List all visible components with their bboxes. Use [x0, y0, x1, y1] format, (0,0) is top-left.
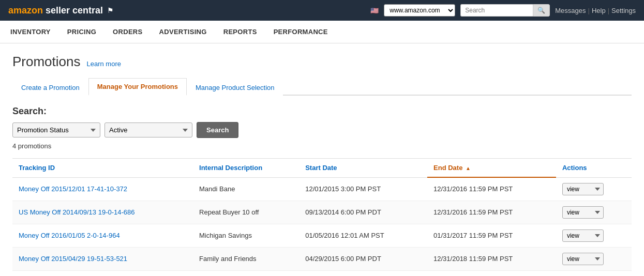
- cell-tracking-id: US Money Off 2014/09/13 19-0-14-686: [12, 201, 193, 224]
- table-row: Money Off 2016/01/05 2-0-14-964 Michigan…: [12, 224, 632, 247]
- tracking-id-link[interactable]: US Money Off 2014/09/13 19-0-14-686: [19, 208, 135, 216]
- table-row: US Money Off 2014/09/13 19-0-14-686 Repe…: [12, 201, 632, 224]
- cell-tracking-id: Money Off 2015/04/29 19-51-53-521: [12, 247, 193, 270]
- help-link[interactable]: Help: [592, 7, 606, 14]
- tracking-id-link[interactable]: Money Off 2015/04/29 19-51-53-521: [19, 255, 127, 263]
- promotions-table: Tracking ID Internal Description Start D…: [12, 158, 632, 271]
- messages-link[interactable]: Messages: [555, 7, 586, 14]
- settings-link[interactable]: Settings: [611, 7, 636, 14]
- cell-tracking-id: Money Off 2015/12/01 17-41-10-372: [12, 177, 193, 201]
- promo-count: 4 promotions: [12, 142, 632, 150]
- tab-create-promotion[interactable]: Create a Promotion: [12, 79, 88, 96]
- cell-end-date: 12/31/2016 11:59 PM PST: [427, 177, 556, 201]
- cell-start-date: 09/13/2014 6:00 PM PDT: [299, 201, 427, 224]
- learn-more-link[interactable]: Learn more: [87, 60, 121, 68]
- cell-actions: view edit delete: [556, 177, 632, 201]
- cell-actions: view edit delete: [556, 224, 632, 247]
- search-box-header: 🔍: [460, 4, 550, 17]
- cell-start-date: 04/29/2015 6:00 PM PDT: [299, 247, 427, 270]
- col-end-date[interactable]: End Date ▲: [427, 159, 556, 178]
- nav-orders[interactable]: Orders: [111, 21, 144, 43]
- marketplace-select[interactable]: www.amazon.com www.amazon.co.uk www.amaz…: [384, 4, 455, 17]
- status-filter-select[interactable]: Active Inactive All: [104, 122, 192, 137]
- nav-advertising[interactable]: Advertising: [157, 21, 209, 43]
- col-actions: Actions: [556, 159, 632, 178]
- cell-end-date: 01/31/2017 11:59 PM PST: [427, 224, 556, 247]
- flag-emoji: 🇺🇸: [370, 7, 379, 14]
- action-select[interactable]: view edit delete: [562, 253, 604, 265]
- tracking-id-link[interactable]: Money Off 2016/01/05 2-0-14-964: [19, 232, 120, 239]
- col-tracking-id[interactable]: Tracking ID: [12, 159, 193, 178]
- action-select[interactable]: view edit delete: [562, 183, 604, 195]
- nav-reports[interactable]: Reports: [221, 21, 259, 43]
- cell-start-date: 12/01/2015 3:00 PM PST: [299, 177, 427, 201]
- flag-icon: ⚑: [107, 6, 114, 14]
- tab-manage-product[interactable]: Manage Product Selection: [187, 79, 283, 96]
- search-controls: Promotion Status Promotion Type Tracking…: [12, 122, 632, 138]
- tabs: Create a Promotion Manage Your Promotion…: [12, 78, 632, 96]
- cell-actions: view edit delete: [556, 201, 632, 224]
- nav-pricing[interactable]: Pricing: [65, 21, 98, 43]
- logo: amazon seller central: [8, 5, 103, 16]
- nav-performance[interactable]: Performance: [272, 21, 330, 43]
- cell-tracking-id: Money Off 2016/01/05 2-0-14-964: [12, 224, 193, 247]
- table-body: Money Off 2015/12/01 17-41-10-372 Mandi …: [12, 177, 632, 270]
- table-row: Money Off 2015/04/29 19-51-53-521 Family…: [12, 247, 632, 270]
- header-links: Messages | Help | Settings: [555, 7, 636, 14]
- cell-actions: view edit delete: [556, 247, 632, 270]
- col-description[interactable]: Internal Description: [193, 159, 299, 178]
- nav: Inventory Pricing Orders Advertising Rep…: [0, 21, 644, 43]
- table-row: Money Off 2015/12/01 17-41-10-372 Mandi …: [12, 177, 632, 201]
- search-section: Search: Promotion Status Promotion Type …: [12, 106, 632, 150]
- col-start-date[interactable]: Start Date: [299, 159, 427, 178]
- cell-description: Family and Friends: [193, 247, 299, 270]
- search-button-header[interactable]: 🔍: [533, 4, 550, 17]
- page-title: Promotions: [12, 54, 81, 70]
- header-right: 🇺🇸 www.amazon.com www.amazon.co.uk www.a…: [370, 4, 636, 17]
- cell-end-date: 12/31/2016 11:59 PM PST: [427, 201, 556, 224]
- search-label: Search:: [12, 106, 632, 117]
- search-button[interactable]: Search: [197, 122, 238, 138]
- action-select[interactable]: view edit delete: [562, 229, 604, 242]
- page-title-row: Promotions Learn more: [12, 54, 632, 70]
- cell-end-date: 12/31/2018 11:59 PM PST: [427, 247, 556, 270]
- cell-description: Mandi Bane: [193, 177, 299, 201]
- action-select[interactable]: view edit delete: [562, 206, 604, 219]
- header: amazon seller central ⚑ 🇺🇸 www.amazon.co…: [0, 0, 644, 21]
- content: Promotions Learn more Create a Promotion…: [0, 43, 644, 276]
- search-input[interactable]: [460, 4, 533, 17]
- cell-description: Repeat Buyer 10 off: [193, 201, 299, 224]
- nav-inventory[interactable]: Inventory: [8, 21, 53, 43]
- logo-area: amazon seller central ⚑: [8, 5, 114, 16]
- sort-arrow-icon: ▲: [466, 165, 471, 171]
- tracking-id-link[interactable]: Money Off 2015/12/01 17-41-10-372: [19, 185, 127, 193]
- cell-description: Michigan Savings: [193, 224, 299, 247]
- promotion-filter-select[interactable]: Promotion Status Promotion Type Tracking…: [12, 122, 100, 137]
- tab-manage-promotions[interactable]: Manage Your Promotions: [88, 78, 187, 96]
- cell-start-date: 01/05/2016 12:01 AM PST: [299, 224, 427, 247]
- table-header-row: Tracking ID Internal Description Start D…: [12, 159, 632, 178]
